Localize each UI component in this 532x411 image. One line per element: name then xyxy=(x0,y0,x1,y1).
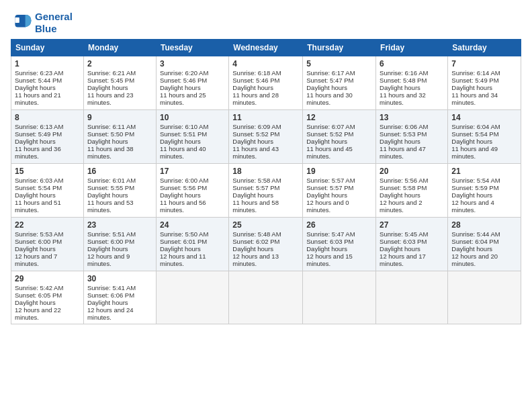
sunrise-label: Sunrise: 6:07 AM xyxy=(306,123,355,130)
calendar-cell: 6 Sunrise: 6:16 AM Sunset: 5:48 PM Dayli… xyxy=(376,56,448,110)
calendar-week-row: 1 Sunrise: 6:23 AM Sunset: 5:44 PM Dayli… xyxy=(11,56,521,110)
day-number: 9 xyxy=(87,113,152,122)
sunrise-label: Sunrise: 6:03 AM xyxy=(15,177,63,184)
daylight-duration: 12 hours and 13 minutes. xyxy=(232,253,279,267)
daylight-duration: 11 hours and 51 minutes. xyxy=(15,199,61,214)
sunset-label: Sunset: 6:03 PM xyxy=(306,238,353,245)
calendar-cell: 15 Sunrise: 6:03 AM Sunset: 5:54 PM Dayl… xyxy=(11,164,84,218)
daylight-label: Daylight hours xyxy=(451,191,492,199)
sunset-label: Sunset: 6:00 PM xyxy=(15,238,62,245)
day-number: 20 xyxy=(380,167,444,176)
day-number: 25 xyxy=(232,220,299,230)
daylight-label: Daylight hours xyxy=(451,245,492,253)
sunrise-label: Sunrise: 6:01 AM xyxy=(87,177,136,184)
calendar-cell xyxy=(303,271,376,324)
daylight-label: Daylight hours xyxy=(15,138,56,145)
daylight-label: Daylight hours xyxy=(380,245,420,253)
sunrise-label: Sunrise: 6:10 AM xyxy=(160,123,208,130)
day-number: 26 xyxy=(306,220,372,230)
daylight-duration: 11 hours and 23 minutes. xyxy=(87,91,134,106)
daylight-label: Daylight hours xyxy=(15,84,56,91)
daylight-label: Daylight hours xyxy=(160,245,201,253)
sunset-label: Sunset: 5:51 PM xyxy=(160,130,207,138)
daylight-duration: 12 hours and 2 minutes. xyxy=(380,199,422,214)
calendar-cell xyxy=(448,271,521,324)
day-number: 2 xyxy=(87,59,152,68)
sunrise-label: Sunrise: 5:50 AM xyxy=(160,230,208,238)
calendar-cell: 20 Sunrise: 5:56 AM Sunset: 5:58 PM Dayl… xyxy=(376,164,448,218)
sunrise-label: Sunrise: 6:20 AM xyxy=(160,69,208,77)
daylight-duration: 11 hours and 28 minutes. xyxy=(232,91,279,106)
daylight-duration: 11 hours and 49 minutes. xyxy=(451,145,498,160)
daylight-label: Daylight hours xyxy=(87,138,128,145)
sunset-label: Sunset: 5:46 PM xyxy=(160,77,207,84)
calendar-week-row: 15 Sunrise: 6:03 AM Sunset: 5:54 PM Dayl… xyxy=(11,164,521,218)
sunset-label: Sunset: 5:48 PM xyxy=(380,77,427,84)
sunset-label: Sunset: 5:50 PM xyxy=(87,130,134,138)
day-number: 4 xyxy=(232,59,299,68)
sunset-label: Sunset: 5:59 PM xyxy=(451,184,498,191)
calendar-cell: 14 Sunrise: 6:04 AM Sunset: 5:54 PM Dayl… xyxy=(448,110,521,164)
daylight-duration: 11 hours and 32 minutes. xyxy=(380,91,426,106)
calendar-cell: 3 Sunrise: 6:20 AM Sunset: 5:46 PM Dayli… xyxy=(156,56,228,110)
day-number: 22 xyxy=(15,220,80,230)
sunset-label: Sunset: 6:03 PM xyxy=(380,238,427,245)
daylight-duration: 11 hours and 34 minutes. xyxy=(451,91,498,106)
daylight-label: Daylight hours xyxy=(306,84,347,91)
calendar-cell: 16 Sunrise: 6:01 AM Sunset: 5:55 PM Dayl… xyxy=(83,164,156,218)
daylight-label: Daylight hours xyxy=(160,191,201,199)
daylight-label: Daylight hours xyxy=(232,191,273,199)
calendar-cell: 19 Sunrise: 5:57 AM Sunset: 5:57 PM Dayl… xyxy=(303,164,376,218)
daylight-label: Daylight hours xyxy=(451,84,492,91)
daylight-duration: 11 hours and 56 minutes. xyxy=(160,199,206,214)
calendar-week-row: 8 Sunrise: 6:13 AM Sunset: 5:49 PM Dayli… xyxy=(11,110,521,164)
day-header-wednesday: Wednesday xyxy=(229,40,303,56)
sunrise-label: Sunrise: 6:18 AM xyxy=(232,69,281,77)
sunset-label: Sunset: 6:00 PM xyxy=(87,238,134,245)
day-number: 21 xyxy=(451,167,517,176)
sunrise-label: Sunrise: 5:44 AM xyxy=(451,230,500,238)
daylight-duration: 11 hours and 30 minutes. xyxy=(306,91,353,106)
calendar-cell xyxy=(229,271,303,324)
daylight-duration: 12 hours and 7 minutes. xyxy=(15,253,57,267)
sunrise-label: Sunrise: 6:04 AM xyxy=(451,123,500,130)
daylight-duration: 12 hours and 0 minutes. xyxy=(306,199,349,214)
daylight-label: Daylight hours xyxy=(306,245,347,253)
sunrise-label: Sunrise: 6:13 AM xyxy=(15,123,63,130)
calendar-cell: 17 Sunrise: 6:00 AM Sunset: 5:56 PM Dayl… xyxy=(156,164,228,218)
daylight-label: Daylight hours xyxy=(87,245,128,253)
daylight-label: Daylight hours xyxy=(160,84,201,91)
sunrise-label: Sunrise: 5:54 AM xyxy=(451,177,500,184)
daylight-label: Daylight hours xyxy=(15,245,56,253)
sunset-label: Sunset: 5:46 PM xyxy=(232,77,279,84)
svg-rect-0 xyxy=(15,17,19,23)
calendar-cell: 26 Sunrise: 5:47 AM Sunset: 6:03 PM Dayl… xyxy=(303,218,376,271)
sunset-label: Sunset: 5:53 PM xyxy=(380,130,427,138)
sunset-label: Sunset: 5:58 PM xyxy=(380,184,427,191)
logo: General Blue xyxy=(11,11,73,35)
daylight-duration: 11 hours and 40 minutes. xyxy=(160,145,206,160)
day-number: 28 xyxy=(451,220,517,230)
day-header-monday: Monday xyxy=(83,40,156,56)
calendar-cell: 23 Sunrise: 5:51 AM Sunset: 6:00 PM Dayl… xyxy=(83,218,156,271)
calendar-cell: 27 Sunrise: 5:45 AM Sunset: 6:03 PM Dayl… xyxy=(376,218,448,271)
day-header-saturday: Saturday xyxy=(448,40,521,56)
sunrise-label: Sunrise: 5:57 AM xyxy=(306,177,355,184)
day-header-sunday: Sunday xyxy=(11,40,84,56)
sunrise-label: Sunrise: 6:09 AM xyxy=(232,123,281,130)
daylight-duration: 11 hours and 21 minutes. xyxy=(15,91,61,106)
daylight-label: Daylight hours xyxy=(160,138,201,145)
sunrise-label: Sunrise: 6:21 AM xyxy=(87,69,136,77)
daylight-duration: 12 hours and 9 minutes. xyxy=(87,253,130,267)
sunrise-label: Sunrise: 5:48 AM xyxy=(232,230,281,238)
sunrise-label: Sunrise: 5:45 AM xyxy=(380,230,428,238)
calendar-cell: 8 Sunrise: 6:13 AM Sunset: 5:49 PM Dayli… xyxy=(11,110,84,164)
day-number: 27 xyxy=(380,220,444,230)
calendar-cell: 5 Sunrise: 6:17 AM Sunset: 5:47 PM Dayli… xyxy=(303,56,376,110)
sunrise-label: Sunrise: 6:11 AM xyxy=(87,123,136,130)
calendar-cell xyxy=(376,271,448,324)
day-number: 5 xyxy=(306,59,372,68)
calendar-table: SundayMondayTuesdayWednesdayThursdayFrid… xyxy=(11,39,521,324)
calendar-cell: 25 Sunrise: 5:48 AM Sunset: 6:02 PM Dayl… xyxy=(229,218,303,271)
daylight-label: Daylight hours xyxy=(232,245,273,253)
